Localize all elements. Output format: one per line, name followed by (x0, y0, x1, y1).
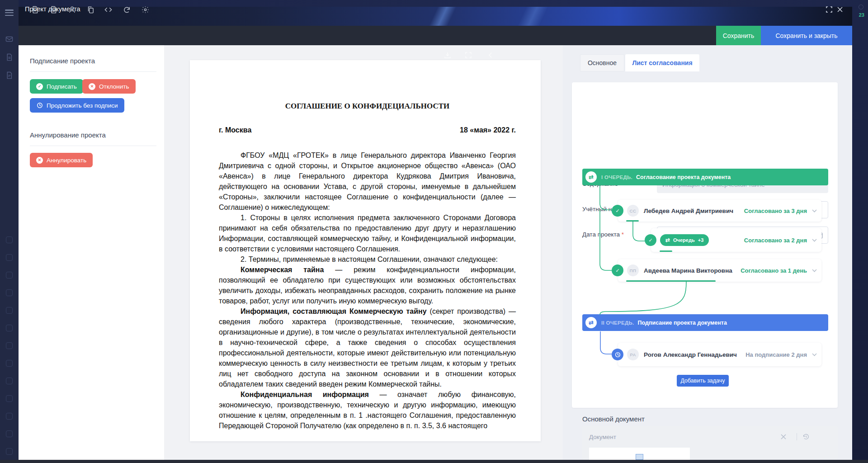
sign-button-label: Подписать (47, 83, 77, 90)
document-icon[interactable] (5, 53, 13, 61)
bottom-bar (0, 460, 868, 463)
menu-icon[interactable] (5, 9, 14, 16)
continue-button-label: Продложить без подписи (47, 102, 118, 109)
queue-label: I ОЧЕРЕДЬ. (601, 175, 632, 180)
tab-approval-sheet[interactable]: Лист согласования (625, 54, 699, 71)
reject-button-label: Отклонить (99, 83, 129, 90)
sidebar-icon (6, 307, 13, 314)
sidebar-icon (6, 272, 13, 279)
task-status: Согласовано за 3 дня (744, 208, 807, 214)
tab-main-label: Основное (588, 59, 617, 66)
sidebar-icon (6, 413, 13, 420)
annul-button[interactable]: ✕ Аннулировать (30, 153, 93, 167)
queue-icon: ⇄ (585, 317, 597, 328)
sidebar-icon (6, 378, 13, 384)
approval-task-row[interactable]: ✓ППАвдеева Марина ВикторовнаСогласовано … (618, 259, 821, 282)
document-placeholder: Документ (589, 434, 616, 440)
signing-heading: Подписание проекта (30, 57, 95, 65)
chevron-down-icon[interactable] (812, 209, 817, 213)
check-circle-icon: ✓ (612, 265, 623, 276)
date-label: Дата проекта * (582, 231, 624, 238)
progress-underline (626, 220, 639, 222)
main-document-heading: Основной документ (582, 415, 645, 423)
main-document-field[interactable]: Документ (582, 426, 838, 460)
history-icon[interactable] (802, 433, 810, 440)
sidebar-icon (6, 236, 13, 243)
cross-circle-icon: ✕ (89, 83, 95, 90)
document-date: 18 «мая» 2022 г. (460, 126, 516, 134)
approval-task-row[interactable]: ✓⇄Очередь+3Согласовано за 2 дня (651, 228, 821, 252)
annul-button-label: Аннулировать (47, 157, 86, 164)
tab-approval-label: Лист согласования (632, 59, 692, 66)
stage-title: Согласование проекта документа (636, 174, 731, 180)
clock-icon (36, 102, 43, 109)
date-label-text: Дата проекта (582, 231, 620, 238)
task-person-name: Лебедев Андрей Дмитриевич (644, 208, 733, 214)
queue-pill[interactable]: ⇄Очередь+3 (660, 234, 709, 246)
sign-button[interactable]: ✓ Подписать (30, 79, 83, 94)
chevron-down-icon[interactable] (812, 239, 817, 242)
queue-label: II ОЧЕРЕДЬ. (601, 320, 634, 326)
sidebar-icon (6, 430, 13, 437)
stage-banner-signing: ⇄II ОЧЕРЕДЬ.Подписание проекта документа (582, 314, 828, 331)
download-icon[interactable] (443, 51, 452, 59)
file-add-icon[interactable] (31, 6, 39, 14)
document-page: СОГЛАШЕНИЕ О КОНФИДЕЦИАЛЬНОСТИ г. Москва… (190, 60, 541, 441)
image-icon (636, 454, 643, 460)
approval-card: Содержание Информация о коммерческой тай… (572, 82, 838, 408)
sidebar-icon (6, 395, 13, 402)
document-thumbnail[interactable] (589, 448, 690, 460)
collapse-panel-icon[interactable] (486, 51, 495, 59)
chevron-down-icon[interactable] (812, 353, 817, 356)
user-icon[interactable] (68, 6, 76, 14)
app-sidebar (0, 0, 19, 463)
code-icon[interactable] (104, 6, 112, 14)
save-button[interactable]: Сохранить (716, 26, 761, 45)
sidebar-icon (6, 360, 13, 367)
counter-badge: 23 (859, 12, 864, 18)
task-status: Согласовано за 2 дня (744, 237, 807, 244)
cross-circle-icon: ✕ (36, 157, 43, 164)
queue-arrows-icon: ⇄ (665, 237, 670, 243)
task-person-name: Рогов Александр Геннадьевич (644, 351, 737, 358)
copy-icon[interactable] (87, 6, 94, 14)
refresh-icon[interactable] (123, 6, 131, 14)
file-icon[interactable] (50, 6, 57, 14)
details-panel: Основное Лист согласования Содержание Ин… (563, 45, 852, 460)
settings-icon[interactable] (142, 6, 149, 14)
avatar: РА (627, 349, 639, 360)
continue-without-signature-button[interactable]: Продложить без подписи (30, 98, 124, 113)
approval-task-row[interactable]: РАРогов Александр ГеннадьевичНа подписан… (618, 343, 821, 366)
queue-icon: ⇄ (585, 171, 597, 183)
expand-icon[interactable] (826, 6, 833, 13)
clear-icon[interactable] (780, 433, 787, 440)
sidebar-icon (6, 342, 13, 349)
save-and-close-button[interactable]: Сохранить и закрыть (761, 26, 852, 45)
sidebar-icon (6, 289, 13, 296)
task-status: Согласовано за 1 день (741, 267, 807, 274)
close-icon[interactable] (836, 6, 844, 13)
stage-title: Подписание проекта документа (638, 320, 727, 326)
tab-main[interactable]: Основное (580, 54, 624, 71)
avatar: ПП (627, 265, 639, 276)
sidebar-icon (6, 254, 13, 261)
document-body: ФГБОУ «МДЦ «ГРОТЕК» в лице Генерального … (219, 150, 516, 431)
avatar: СС (627, 205, 639, 217)
chevron-down-icon[interactable] (812, 269, 817, 272)
document-title: СОГЛАШЕНИЕ О КОНФИДЕЦИАЛЬНОСТИ (219, 102, 516, 111)
approval-task-row[interactable]: ✓ССЛебедев Андрей ДмитриевичСогласовано … (618, 200, 821, 222)
document-icon[interactable] (5, 71, 13, 79)
reject-button[interactable]: ✕ Отклонить (82, 79, 136, 94)
clock-circle-icon (612, 349, 623, 360)
task-status: На подписание 2 дня (745, 351, 807, 358)
document-city: г. Москва (219, 126, 251, 134)
fullscreen-icon[interactable] (464, 51, 472, 59)
required-asterisk: * (622, 231, 624, 238)
stage-banner-approval: ⇄I ОЧЕРЕДЬ.Согласование проекта документ… (582, 169, 828, 185)
add-task-button[interactable]: Добавить задачу (677, 375, 729, 387)
mail-icon[interactable] (5, 35, 13, 43)
check-circle-icon: ✓ (612, 205, 623, 217)
progress-underline (626, 280, 716, 282)
sidebar-icon (6, 448, 13, 455)
check-circle-icon: ✓ (36, 83, 43, 90)
